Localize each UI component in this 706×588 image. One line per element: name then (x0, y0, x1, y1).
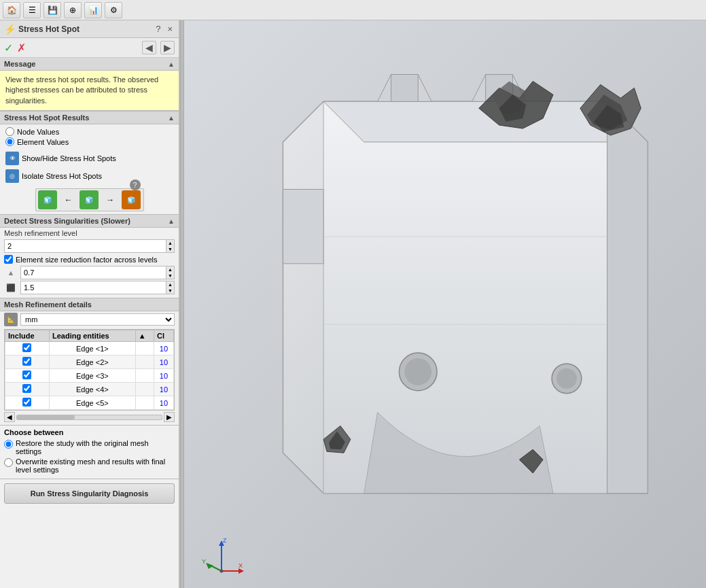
show-hide-label: Show/Hide Stress Hot Spots (22, 154, 116, 162)
results-section-header[interactable]: Stress Hot Spot Results ▲ (0, 111, 179, 124)
include-checkbox-4[interactable] (22, 398, 31, 407)
help-icon[interactable]: ? (154, 23, 162, 35)
factor1-down[interactable]: ▼ (166, 273, 174, 279)
factor2-up[interactable]: ▲ (166, 281, 174, 288)
cancel-button[interactable]: ✗ (17, 41, 26, 54)
choose-title: Choose between (4, 428, 175, 436)
scroll-right-button[interactable]: ▶ (164, 412, 175, 422)
mesh-details-section: Mesh Refinement details 📐 mm cm m in Inc… (0, 298, 179, 426)
include-checkbox-0[interactable] (22, 343, 31, 352)
toolbar-btn-4[interactable]: ⊕ (64, 2, 82, 18)
node-values-option[interactable]: Node Values (5, 127, 173, 136)
unit-select-row: 📐 mm cm m in (0, 311, 179, 328)
isolate-label: Isolate Stress Hot Spots (22, 172, 102, 180)
action-row: ✓ ✗ ◀ ▶ (0, 38, 179, 58)
detect-collapse-arrow: ▲ (168, 218, 175, 225)
wizard-icon-arrow-right[interactable]: → (101, 190, 120, 209)
factor2-spinners: ▲ ▼ (166, 281, 175, 294)
wizard-help-icon[interactable]: ? (130, 179, 141, 190)
isolate-button-row[interactable]: ◎ Isolate Stress Hot Spots (3, 168, 176, 184)
factor1-input[interactable] (20, 266, 166, 279)
svg-text:X: X (239, 562, 243, 569)
forward-button[interactable]: ▶ (160, 41, 175, 54)
table-cell-entity: Edge <5> (49, 396, 135, 410)
mesh-refinement-down[interactable]: ▼ (166, 246, 174, 252)
factor2-row: ⬛ ▲ ▼ (0, 280, 179, 295)
show-hide-button-row[interactable]: 👁 Show/Hide Stress Hot Spots (3, 150, 176, 167)
factor2-down[interactable]: ▼ (166, 288, 174, 294)
results-section: Stress Hot Spot Results ▲ Node Values El… (0, 111, 179, 215)
detect-section-header[interactable]: Detect Stress Singularities (Slower) ▲ (0, 215, 179, 228)
table-cell-cl: 10 (154, 342, 173, 356)
include-checkbox-2[interactable] (22, 370, 31, 379)
node-values-label: Node Values (17, 128, 59, 136)
run-button[interactable]: Run Stress Singularity Diagnosis (4, 483, 175, 504)
scroll-left-button[interactable]: ◀ (4, 412, 15, 422)
toolbar-btn-2[interactable]: ☰ (23, 2, 41, 18)
mesh-details-title: Mesh Refinement details (4, 300, 92, 309)
include-checkbox-3[interactable] (22, 384, 31, 393)
confirm-button[interactable]: ✓ (4, 41, 13, 54)
table-cell-include[interactable] (5, 342, 50, 356)
svg-marker-19 (239, 568, 244, 574)
table-cell-entity: Edge <4> (49, 383, 135, 396)
factor2-input-wrap: ▲ ▼ (20, 281, 175, 294)
factor1-row: ▲ ▲ ▼ (0, 265, 179, 280)
message-section-header[interactable]: Message ▲ (0, 58, 179, 71)
toolbar-btn-3[interactable]: 💾 (43, 2, 61, 18)
table-cell-include[interactable] (5, 356, 50, 369)
element-values-radio[interactable] (5, 137, 14, 146)
top-toolbar: 🏠 ☰ 💾 ⊕ 📊 ⚙ (0, 0, 706, 20)
table-row: Edge <5> 10 (5, 396, 174, 410)
stress-icon: ⚡ (4, 24, 16, 35)
3d-viewport-svg (184, 20, 706, 588)
toolbar-btn-6[interactable]: ⚙ (105, 2, 122, 18)
factor2-input[interactable] (20, 281, 166, 294)
wizard-icon-1[interactable]: 🧊 (38, 190, 57, 209)
table-cell-col3 (135, 383, 154, 396)
panel-header: ⚡ Stress Hot Spot ? × (0, 20, 179, 38)
element-size-label: Element size reduction factor across lev… (16, 256, 157, 264)
action-buttons: 👁 Show/Hide Stress Hot Spots ◎ Isolate S… (0, 149, 179, 186)
axis-widget: Z X Y (198, 534, 239, 574)
table-cell-col3 (135, 356, 154, 369)
mesh-refinement-up[interactable]: ▲ (166, 240, 174, 246)
show-hide-icon: 👁 (5, 152, 19, 165)
overwrite-radio[interactable] (4, 458, 13, 467)
message-box: View the stress hot spot results. The ob… (0, 71, 179, 111)
unit-select[interactable]: mm cm m in (20, 313, 175, 326)
mesh-refinement-input[interactable] (4, 239, 166, 253)
col-3: ▲ (135, 330, 154, 342)
table-cell-entity: Edge <2> (49, 356, 135, 369)
include-checkbox-1[interactable] (22, 357, 31, 366)
svg-text:Y: Y (202, 558, 206, 565)
table-row: Edge <4> 10 (5, 383, 174, 396)
factor1-up[interactable]: ▲ (166, 266, 174, 273)
table-cell-cl: 10 (154, 356, 173, 369)
wizard-icon-2[interactable]: 🧊 (80, 190, 99, 209)
data-table-wrap: Include Leading entities ▲ Cl Edge <1> 1… (4, 329, 175, 411)
table-cell-include[interactable] (5, 369, 50, 383)
mesh-details-header[interactable]: Mesh Refinement details (0, 298, 179, 311)
restore-option[interactable]: Restore the study with the original mesh… (4, 439, 175, 455)
table-cell-include[interactable] (5, 383, 50, 396)
close-icon[interactable]: × (165, 23, 175, 35)
back-button[interactable]: ◀ (142, 41, 156, 54)
overwrite-option[interactable]: Overwrite existing mesh and results with… (4, 457, 175, 474)
wizard-icon-arrow-left[interactable]: ← (59, 190, 78, 209)
table-cell-include[interactable] (5, 396, 50, 410)
toolbar-btn-5[interactable]: 📊 (84, 2, 102, 18)
table-cell-col3 (135, 342, 154, 356)
run-button-wrap: Run Stress Singularity Diagnosis (0, 479, 179, 508)
node-values-radio[interactable] (5, 127, 14, 136)
results-header-title: Stress Hot Spot Results (4, 114, 89, 122)
left-panel: ⚡ Stress Hot Spot ? × ✓ ✗ ◀ ▶ Message ▲ … (0, 20, 180, 588)
wizard-icon-3[interactable]: 🧊 (122, 190, 141, 209)
factor2-icon: ⬛ (4, 283, 18, 292)
restore-radio[interactable] (4, 440, 13, 449)
element-size-checkbox[interactable] (4, 255, 13, 264)
mesh-refinement-spinners: ▲ ▼ (166, 239, 175, 253)
element-values-option[interactable]: Element Values (5, 137, 173, 146)
factor1-icon: ▲ (4, 269, 18, 277)
toolbar-btn-1[interactable]: 🏠 (3, 2, 20, 18)
